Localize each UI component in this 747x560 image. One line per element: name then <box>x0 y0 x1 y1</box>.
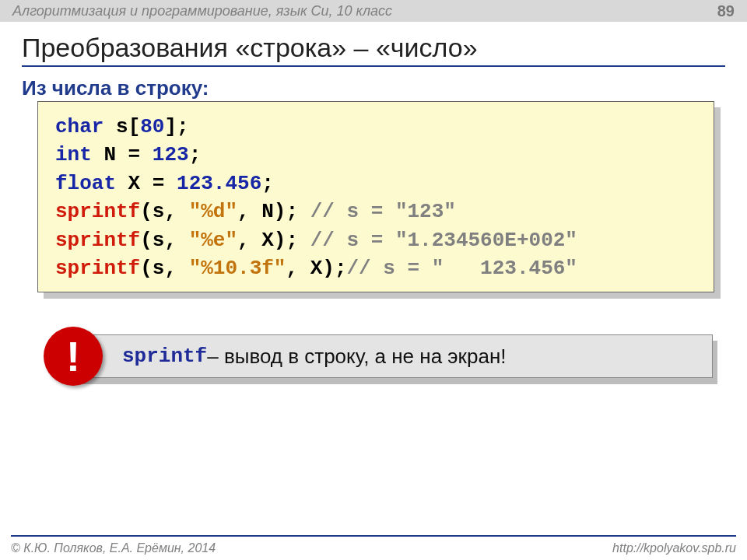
section-subtitle: Из числа в строку: <box>22 76 209 100</box>
code-number: 123 <box>153 143 189 166</box>
code-number: 80 <box>140 115 164 138</box>
code-text: (s, <box>140 229 188 252</box>
course-name: Алгоритмизация и программирование, язык … <box>12 0 392 22</box>
code-function: sprintf <box>55 257 140 280</box>
code-keyword: char <box>55 115 103 138</box>
copyright-text: © К.Ю. Поляков, Е.А. Ерёмин, 2014 <box>11 541 216 555</box>
code-comment: // s = "123" <box>310 200 456 223</box>
slide-header: Алгоритмизация и программирование, язык … <box>0 0 747 22</box>
code-text: s[ <box>103 115 140 138</box>
title-underline <box>22 65 725 67</box>
callout: sprintf – вывод в строку, а не на экран!… <box>44 334 714 383</box>
code-text: ]; <box>164 115 188 138</box>
code-comment: // s = "1.234560E+002" <box>310 229 577 252</box>
footer-url: http://kpolyakov.spb.ru <box>612 541 736 555</box>
code-keyword: float <box>55 172 116 195</box>
exclamation-badge: ! <box>44 327 103 386</box>
callout-text: – вывод в строку, а не на экран! <box>207 345 506 369</box>
code-text: N = <box>92 143 153 166</box>
code-text: X = <box>116 172 177 195</box>
code-string: "%d" <box>189 200 237 223</box>
code-text: ; <box>261 172 274 195</box>
code-text: , X); <box>237 229 310 252</box>
code-function: sprintf <box>55 200 140 223</box>
callout-bar: sprintf – вывод в строку, а не на экран! <box>78 334 713 378</box>
callout-function-name: sprintf <box>122 345 207 368</box>
code-text: , N); <box>237 200 310 223</box>
code-text: , X); <box>286 257 346 280</box>
code-text: (s, <box>140 257 188 280</box>
code-function: sprintf <box>55 229 140 252</box>
code-text: ; <box>189 143 202 166</box>
slide-title: Преобразования «строка» – «число» <box>22 33 478 63</box>
code-string: "%e" <box>189 229 237 252</box>
code-keyword: int <box>55 143 92 166</box>
slide-footer: © К.Ю. Поляков, Е.А. Ерёмин, 2014 http:/… <box>11 541 736 555</box>
code-comment: // s = " 123.456" <box>346 257 577 280</box>
code-string: "%10.3f" <box>189 257 286 280</box>
code-block: char s[80]; int N = 123; float X = 123.4… <box>37 101 714 292</box>
page-number: 89 <box>717 0 735 22</box>
code-number: 123.456 <box>177 172 261 195</box>
code-text: (s, <box>140 200 188 223</box>
footer-rule <box>11 535 736 537</box>
